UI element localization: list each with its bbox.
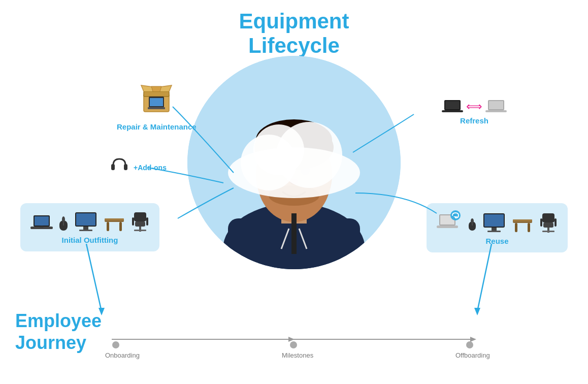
svg-point-85	[466, 341, 473, 348]
svg-rect-53	[132, 217, 134, 226]
old-laptop-icon	[442, 99, 463, 114]
reuse-mouse-icon	[467, 218, 477, 233]
reuse-label: Reuse	[485, 237, 508, 245]
repair-icon	[139, 81, 174, 120]
svg-rect-74	[515, 223, 517, 232]
reuse-icons	[437, 210, 558, 233]
svg-rect-80	[542, 231, 554, 232]
svg-point-10	[253, 124, 304, 175]
refresh-section: ⟺ Refresh	[442, 99, 507, 125]
svg-rect-76	[513, 219, 532, 221]
center-circle	[187, 56, 401, 269]
svg-rect-60	[485, 110, 507, 112]
offboarding-dot	[466, 341, 474, 351]
svg-rect-43	[83, 227, 88, 230]
offboarding-label: Offboarding	[455, 350, 490, 360]
monitor-icon	[74, 211, 97, 232]
svg-point-40	[62, 216, 65, 222]
employee-journey-title: Employee Journey	[15, 310, 102, 354]
svg-point-83	[112, 341, 119, 348]
svg-rect-75	[528, 223, 530, 232]
svg-rect-46	[107, 222, 109, 231]
svg-rect-24	[291, 213, 297, 254]
outfitting-label: Initial Outfitting	[62, 236, 118, 244]
page-title: Equipment Lifecycle	[239, 9, 349, 58]
reuse-desk-icon	[511, 214, 534, 233]
svg-rect-54	[146, 217, 148, 226]
desk-icon	[103, 213, 126, 232]
svg-rect-77	[542, 213, 554, 222]
svg-rect-82	[554, 218, 557, 227]
reuse-chair-icon	[539, 211, 558, 233]
svg-line-2	[477, 244, 492, 311]
svg-rect-30	[148, 107, 165, 109]
addons-label: +Add-ons	[134, 164, 167, 172]
new-laptop-icon	[485, 99, 507, 114]
svg-rect-44	[79, 230, 92, 231]
svg-rect-63	[437, 226, 458, 228]
svg-rect-28	[144, 91, 169, 97]
svg-rect-33	[124, 164, 127, 170]
reuse-monitor-icon	[482, 212, 506, 233]
reuse-laptop-icon	[437, 210, 462, 233]
cloud-icon	[223, 117, 365, 198]
svg-rect-78	[543, 222, 553, 228]
svg-rect-57	[442, 110, 463, 112]
refresh-icons: ⟺	[442, 99, 507, 114]
svg-rect-56	[445, 101, 460, 109]
svg-point-84	[290, 341, 297, 348]
reuse-section: Reuse	[427, 203, 568, 252]
addons-section: +Add-ons	[109, 155, 167, 180]
outfitting-icons	[30, 210, 149, 232]
svg-rect-49	[134, 212, 146, 221]
svg-rect-52	[134, 230, 146, 231]
repair-label: Repair & Maintenance	[117, 122, 197, 131]
svg-point-68	[471, 218, 474, 223]
svg-rect-59	[489, 101, 503, 109]
milestones-label: Milestones	[282, 350, 313, 360]
initial-outfitting-section: Initial Outfitting	[20, 203, 159, 251]
svg-line-0	[86, 244, 102, 311]
svg-rect-32	[111, 164, 115, 170]
svg-rect-50	[135, 221, 145, 227]
svg-rect-48	[105, 218, 124, 220]
repair-maintenance-section: Repair & Maintenance	[117, 81, 197, 131]
svg-rect-72	[487, 231, 501, 232]
addons-icon	[109, 155, 129, 180]
svg-rect-70	[484, 214, 504, 227]
mouse-icon	[58, 216, 69, 232]
onboarding-label: Onboarding	[105, 350, 140, 360]
laptop-icon	[30, 214, 53, 232]
refresh-label: Refresh	[460, 116, 488, 125]
svg-rect-31	[150, 98, 163, 106]
refresh-arrow-icon: ⟺	[466, 100, 482, 113]
svg-rect-71	[492, 228, 497, 231]
svg-marker-3	[474, 308, 480, 315]
svg-rect-47	[119, 222, 122, 231]
svg-point-37	[40, 226, 44, 228]
svg-rect-35	[35, 216, 49, 226]
onboarding-dot	[112, 341, 120, 351]
milestones-dot	[289, 341, 298, 351]
svg-rect-42	[76, 213, 95, 226]
svg-rect-81	[540, 218, 542, 227]
chair-icon	[131, 210, 149, 232]
